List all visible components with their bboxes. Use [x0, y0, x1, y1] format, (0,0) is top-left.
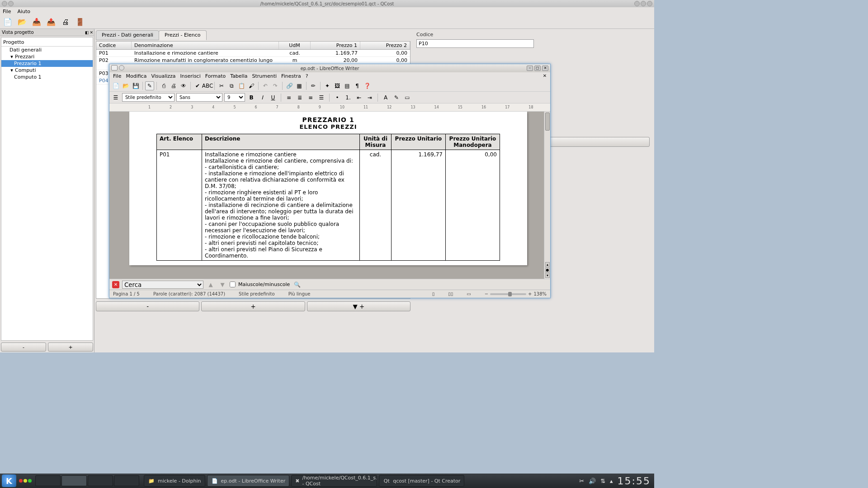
open-icon[interactable]: 📂	[17, 17, 27, 27]
view-single-icon[interactable]: ▯	[432, 291, 435, 296]
codice-input[interactable]	[416, 39, 534, 48]
menu-help[interactable]: Aiuto	[17, 9, 30, 14]
gallery-icon[interactable]: 🖼	[333, 81, 342, 90]
zoom-in-icon[interactable]: +	[528, 291, 532, 296]
nav-target-icon[interactable]: ●	[545, 267, 550, 272]
taskbar-entry[interactable]: ✖/home/mickele/QCost_0.6.1_s... - QCost	[291, 475, 377, 487]
print-icon[interactable]: 🖨	[169, 81, 178, 90]
font-size-select[interactable]: 9	[224, 93, 245, 102]
lo-menu-item[interactable]: Formato	[205, 73, 226, 79]
align-left-icon[interactable]: ≡	[284, 93, 293, 102]
export-pdf-icon[interactable]: ⎙	[159, 81, 168, 90]
activity-switcher[interactable]	[35, 475, 139, 486]
pager-dot[interactable]	[19, 479, 23, 483]
col-prezzo2[interactable]: Prezzo 2	[360, 42, 410, 49]
col-udm[interactable]: UdM	[279, 42, 311, 49]
font-color-icon[interactable]: A	[381, 93, 390, 102]
window-menu-icon[interactable]	[2, 1, 7, 6]
activity-slot[interactable]	[35, 475, 61, 486]
lo-menu-item[interactable]: Modifica	[126, 73, 146, 79]
save-icon[interactable]: 📥	[32, 17, 42, 27]
font-select[interactable]: Sans	[176, 93, 222, 102]
taskbar-entry[interactable]: 📁mickele - Dolphin	[144, 475, 205, 487]
status-words[interactable]: Parole (caratteri): 2087 (14437)	[153, 291, 225, 296]
edit-mode-icon[interactable]: ✎	[145, 81, 154, 90]
undo-icon[interactable]: ↶	[261, 81, 270, 90]
exit-icon[interactable]: 🚪	[75, 17, 85, 27]
underline-icon[interactable]: U	[269, 93, 278, 102]
network-icon[interactable]: ⇅	[600, 478, 605, 484]
print-icon[interactable]: 🖨	[61, 17, 71, 27]
zoom-slider[interactable]	[490, 293, 526, 295]
tab-dati-generali[interactable]: Prezzi - Dati generali	[96, 30, 159, 40]
taskbar-entry[interactable]: 📄ep.odt - LibreOffice Writer	[207, 475, 290, 487]
lo-menu-item[interactable]: Inserisci	[180, 73, 201, 79]
desktop-pager[interactable]	[19, 479, 32, 483]
close-panel-icon[interactable]: ✕	[90, 30, 93, 35]
col-codice[interactable]: Codice	[96, 42, 132, 49]
preview-icon[interactable]: 👁	[179, 81, 188, 90]
view-multi-icon[interactable]: ▯▯	[448, 291, 453, 296]
bold-icon[interactable]: B	[247, 93, 256, 102]
maximize-button[interactable]	[641, 1, 646, 6]
minimize-button[interactable]	[634, 1, 640, 6]
col-denominazione[interactable]: Denominazione	[132, 42, 279, 49]
scroll-thumb[interactable]	[545, 113, 550, 131]
row-remove-button[interactable]: -	[96, 301, 199, 311]
spellcheck-icon[interactable]: ✔	[193, 81, 202, 90]
redo-icon[interactable]: ↷	[271, 81, 280, 90]
table-row[interactable]: P01Installazione e rimozione cantierecad…	[96, 50, 410, 57]
match-case-checkbox[interactable]	[230, 282, 236, 287]
lo-menu-item[interactable]: Visualizza	[151, 73, 175, 79]
indent-dec-icon[interactable]: ⇤	[354, 93, 363, 102]
find-all-icon[interactable]: 🔍	[292, 280, 302, 289]
row-add-child-button[interactable]: ▼ +	[307, 301, 410, 311]
paragraph-style-select[interactable]: Stile predefinito	[122, 93, 175, 102]
navigator-icon[interactable]: ✦	[323, 81, 332, 90]
page-up-icon[interactable]: ▴	[545, 262, 550, 267]
activity-slot[interactable]	[61, 475, 87, 486]
new-doc-icon[interactable]: 📄	[111, 81, 120, 90]
format-paint-icon[interactable]: 🖌	[247, 81, 256, 90]
view-book-icon[interactable]: ▭	[467, 291, 471, 296]
zoom-value[interactable]: 138%	[533, 291, 547, 296]
lo-doc-close-button[interactable]: ✕	[542, 73, 547, 79]
highlight-icon[interactable]: ✎	[392, 93, 401, 102]
lo-menu-item[interactable]: Strumenti	[252, 73, 277, 79]
expander-icon[interactable]: ▾	[9, 54, 14, 60]
find-input[interactable]: Cerca	[122, 281, 203, 289]
open-doc-icon[interactable]: 📂	[121, 81, 130, 90]
taskbar-entry[interactable]: Qtqcost [master] - Qt Creator	[379, 475, 464, 487]
lo-menu-item[interactable]: File	[113, 73, 121, 79]
close-find-icon[interactable]: ✕	[112, 281, 119, 288]
close-button[interactable]	[647, 1, 652, 6]
undock-icon[interactable]: ◧	[85, 30, 89, 35]
find-next-icon[interactable]: ▼	[218, 280, 227, 289]
document-area[interactable]: PREZZARIO 1 ELENCO PREZZI Art. Elenco De…	[109, 112, 550, 279]
lo-maximize-button[interactable]: ▢	[534, 66, 541, 71]
draw-icon[interactable]: ✏	[309, 81, 318, 90]
datasource-icon[interactable]: ▤	[343, 81, 352, 90]
tree-item-prezzario-1[interactable]: Prezzario 1	[1, 60, 93, 67]
status-lang[interactable]: Più lingue	[288, 291, 311, 296]
tab-elenco[interactable]: Prezzi - Elenco	[159, 30, 207, 40]
help-icon[interactable]: ❓	[363, 81, 372, 90]
doc-icon[interactable]	[111, 65, 118, 70]
nonprinting-icon[interactable]: ¶	[353, 81, 362, 90]
cut-icon[interactable]: ✂	[217, 81, 226, 90]
pin-icon[interactable]	[119, 65, 124, 70]
lo-menu-item[interactable]: Tabella	[230, 73, 247, 79]
window-pin-icon[interactable]	[8, 1, 14, 6]
tree-item-prezzari[interactable]: ▾Prezzari	[1, 53, 93, 60]
save-doc-icon[interactable]: 💾	[131, 81, 140, 90]
tree-item-computi[interactable]: ▾Computi	[1, 67, 93, 74]
menu-file[interactable]: File	[3, 9, 11, 14]
zoom-control[interactable]: − + 138%	[485, 291, 547, 296]
hyperlink-icon[interactable]: 🔗	[285, 81, 294, 90]
styles-icon[interactable]: ☰	[111, 93, 120, 102]
bg-color-icon[interactable]: ▭	[403, 93, 412, 102]
align-center-icon[interactable]: ≣	[295, 93, 304, 102]
italic-icon[interactable]: I	[258, 93, 267, 102]
lo-menu-item[interactable]: Finestra	[281, 73, 301, 79]
find-prev-icon[interactable]: ▲	[206, 280, 215, 289]
